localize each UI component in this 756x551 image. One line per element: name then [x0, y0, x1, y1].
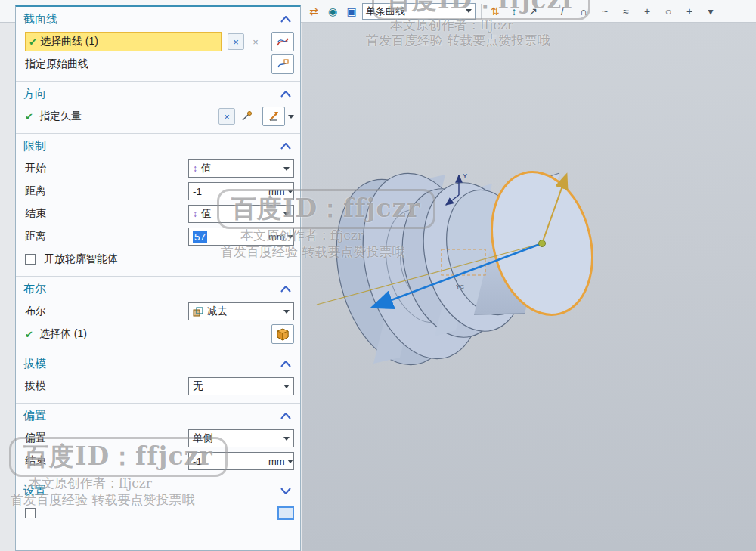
end-row: 结束 ↕ 值: [16, 203, 300, 225]
boolean-header[interactable]: 布尔: [16, 277, 300, 300]
offset-dropdown[interactable]: 单侧: [188, 429, 294, 447]
plus-icon[interactable]: +: [681, 3, 698, 20]
offset-end-row: 结束 -1 mm: [16, 450, 300, 472]
select-curve-field[interactable]: ✔ 选择曲线 (1): [25, 32, 222, 51]
start-distance-value: -1: [193, 186, 202, 197]
deselect-icon[interactable]: ×: [247, 33, 264, 50]
boolean-value: 减去: [207, 305, 228, 318]
offset-unit-dropdown[interactable]: mm: [265, 452, 294, 470]
section-line-header[interactable]: 截面线: [16, 8, 300, 30]
offset-label: 偏置: [25, 432, 46, 445]
offset-end-value: -1: [193, 456, 202, 467]
chevron-up-icon[interactable]: [280, 361, 291, 367]
arc-icon[interactable]: ∩: [575, 3, 592, 20]
select-body-label: 选择体 (1): [39, 327, 87, 341]
settings-checkbox[interactable]: [25, 508, 36, 518]
start-option-value: 值: [201, 162, 212, 175]
end-distance-value: 57: [193, 231, 207, 243]
curve-rule-dropdown[interactable]: 单条曲线: [362, 3, 476, 20]
more-icon[interactable]: ▾: [702, 3, 719, 20]
focused-control[interactable]: [277, 506, 294, 520]
reverse-direction-icon[interactable]: ⇄: [305, 3, 322, 20]
chevron-down-icon: [287, 235, 293, 239]
chevron-down-icon: [284, 212, 290, 216]
line-icon[interactable]: /: [554, 3, 571, 20]
vector-dialog-button[interactable]: [262, 107, 285, 126]
offset-end-label: 结束: [25, 454, 46, 468]
chevron-down-icon: [466, 9, 472, 13]
settings-group: 设置: [16, 478, 300, 525]
selection-filter-icon[interactable]: ×: [218, 108, 235, 125]
direction-arrow-icon[interactable]: ↗: [525, 3, 541, 20]
offset-value: 单侧: [193, 432, 213, 445]
offset-group: 偏置 偏置 单侧 结束 -1 mm: [16, 403, 300, 478]
section-line-group: 截面线 ✔ 选择曲线 (1) × × 指定原始曲线: [16, 7, 300, 81]
swap-updown-icon[interactable]: ⇅: [487, 3, 503, 20]
chevron-down-icon: [284, 385, 290, 388]
end-unit-dropdown[interactable]: mm: [265, 228, 294, 246]
point-icon[interactable]: +: [639, 3, 655, 20]
chevron-down-icon: [287, 460, 293, 463]
chevron-up-icon[interactable]: [280, 91, 291, 98]
select-body-button[interactable]: [271, 324, 294, 344]
curve-icon: [276, 36, 290, 48]
chevron-up-icon[interactable]: [280, 286, 291, 293]
start-unit-dropdown[interactable]: mm: [265, 182, 294, 200]
limits-header[interactable]: 限制: [16, 135, 300, 157]
open-profile-label: 开放轮廓智能体: [44, 252, 118, 266]
unit-value: mm: [268, 186, 285, 197]
chevron-up-icon[interactable]: [280, 143, 291, 150]
offset-row: 偏置 单侧: [16, 427, 300, 450]
direction-header[interactable]: 方向: [16, 82, 300, 105]
start-row: 开始 ↕ 值: [16, 157, 300, 180]
axis-y-label: Y: [463, 172, 467, 180]
toolbar-separator: [481, 4, 482, 19]
chevron-down-icon: [287, 190, 293, 193]
draft-header[interactable]: 拔模: [16, 352, 300, 375]
start-option-dropdown[interactable]: ↕ 值: [188, 159, 294, 178]
settings-partial-row: [16, 502, 300, 520]
original-curve-button[interactable]: [271, 54, 294, 74]
chevron-down-icon: [284, 167, 290, 171]
chevron-down-icon: [284, 437, 290, 441]
solid-body-icon[interactable]: ▣: [343, 3, 360, 20]
select-curve-label: 选择曲线 (1): [40, 35, 98, 48]
display-option-icon[interactable]: ◉: [324, 3, 341, 20]
chevron-up-icon[interactable]: [280, 413, 291, 419]
select-curve-row: ✔ 选择曲线 (1) × ×: [16, 30, 300, 53]
solid-model: [318, 161, 606, 378]
offset-end-input[interactable]: -1: [188, 452, 265, 470]
chevron-down-icon[interactable]: [280, 488, 291, 494]
graphics-viewport[interactable]: Y YC: [302, 23, 756, 551]
end-option-dropdown[interactable]: ↕ 值: [188, 205, 294, 223]
value-option-icon: ↕: [193, 209, 197, 219]
section-title: 限制: [23, 139, 46, 153]
section-title: 设置: [23, 484, 46, 498]
open-profile-checkbox[interactable]: [25, 254, 36, 265]
end-distance-input[interactable]: 57: [188, 228, 265, 246]
section-title: 布尔: [23, 282, 46, 296]
start-distance-input[interactable]: -1: [188, 182, 265, 200]
spline-icon[interactable]: ~: [596, 3, 613, 20]
circle-icon[interactable]: ○: [660, 3, 677, 20]
draft-label: 拔模: [25, 379, 46, 393]
draft-dropdown[interactable]: 无: [188, 377, 294, 395]
specify-vector-label: 指定矢量: [39, 110, 82, 123]
boolean-dropdown[interactable]: 减去: [188, 302, 294, 320]
start-label: 开始: [25, 162, 46, 175]
studio-spline-icon[interactable]: ≈: [618, 3, 634, 20]
model-canvas: Y YC: [302, 23, 756, 551]
chevron-up-icon[interactable]: [280, 16, 291, 23]
check-icon: ✔: [25, 329, 33, 340]
curve-rule-button[interactable]: [271, 32, 294, 51]
chevron-down-icon[interactable]: [288, 115, 294, 119]
settings-header[interactable]: 设置: [16, 479, 300, 502]
check-icon: ✔: [29, 36, 37, 48]
selection-filter-icon[interactable]: ×: [228, 33, 244, 50]
original-curve-label: 指定原始曲线: [25, 57, 88, 71]
vector-arrow-icon: [267, 110, 280, 122]
boolean-label: 布尔: [25, 305, 46, 318]
vector-point-button[interactable]: [238, 108, 255, 125]
offset-header[interactable]: 偏置: [16, 404, 300, 427]
updown-icon[interactable]: ↕: [506, 3, 522, 20]
